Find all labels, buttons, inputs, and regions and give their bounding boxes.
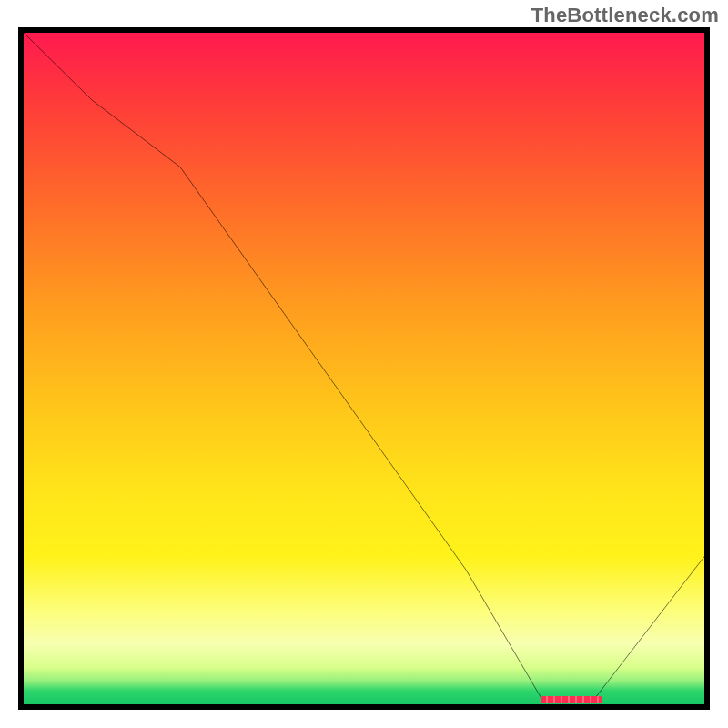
watermark-text: TheBottleneck.com xyxy=(531,4,719,27)
bottleneck-line xyxy=(24,33,704,704)
plot-frame xyxy=(18,27,710,710)
chart-container: TheBottleneck.com xyxy=(0,0,728,728)
optimum-band-marker xyxy=(541,696,602,703)
